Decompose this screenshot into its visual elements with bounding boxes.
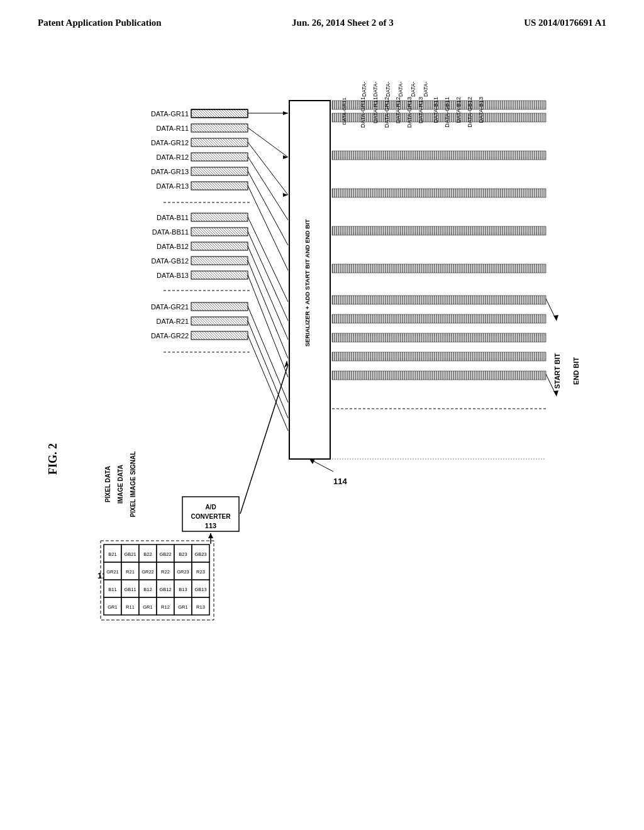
serializer-number: 114 (333, 477, 347, 486)
sig-label-gr11: DATA-GR11 (151, 110, 189, 118)
svg-rect-13 (191, 317, 248, 325)
serial-label-gr13: DATA-GR13 (406, 97, 413, 128)
cell-gr21: GR21 (106, 569, 119, 575)
serial-bar-r12 (332, 189, 546, 197)
page-header: Patent Application Publication Jun. 26, … (0, 0, 644, 35)
serial-bar-gr13 (332, 226, 546, 235)
header-left: Patent Application Publication (38, 18, 162, 28)
main-diagram-svg: FIG. 2 DATA-GR11 DATA-R11 DATA-GR12 DATA… (38, 82, 641, 811)
cell-b11: B11 (108, 587, 116, 592)
cell-gb22: GB22 (159, 551, 171, 557)
right-stream-r13: DATA-R13 (423, 82, 429, 97)
arrow-r12 (248, 157, 288, 220)
serial-label-gr12: DATA-GR12 (384, 97, 390, 128)
svg-rect-3 (191, 138, 248, 147)
sig-label-gr22: DATA-GR22 (151, 332, 189, 340)
sig-label-r13: DATA-R13 (156, 182, 189, 190)
cell-b23: B23 (179, 551, 187, 557)
sig-label-gr13: DATA-GR13 (151, 168, 189, 175)
serial-bar-r11 (332, 113, 546, 122)
vert-label-image-data: IMAGE DATA (117, 465, 124, 504)
arrow-gr13 (248, 171, 288, 245)
sig-label-b12: DATA-B12 (157, 243, 189, 250)
cell-r12: R12 (161, 604, 170, 610)
right-stream-r12: DATA-R12 (397, 82, 404, 97)
serial-bar-gr12 (332, 151, 546, 160)
figure-label: FIG. 2 (47, 443, 59, 475)
serial-bar-b11 (332, 296, 546, 304)
arrow-r21 (248, 321, 288, 418)
svg-rect-5 (191, 167, 248, 175)
arrow-r13 (248, 185, 288, 270)
cell-r21: R21 (126, 569, 135, 575)
serial-label-b13: DATA-B13 (478, 97, 484, 123)
serial-bar-b13 (332, 371, 546, 380)
ad-label-1: A/D (205, 504, 216, 511)
svg-rect-7 (191, 213, 248, 221)
svg-rect-10 (191, 257, 248, 265)
serial-label-b11: DATA-B11 (433, 97, 439, 123)
serial-bar-r13 (332, 264, 546, 273)
serial-label-r12: DATA-R12 (395, 97, 401, 123)
right-stream-gr13: DATA-GR13 (410, 82, 416, 97)
svg-rect-4 (191, 153, 248, 161)
right-stream-gr12: DATA-GR12 (385, 82, 391, 97)
sig-label-gr12: DATA-GR12 (151, 139, 189, 147)
cell-gr1: GR1 (108, 604, 117, 610)
cell-gr22: GR22 (142, 569, 154, 575)
serial-bar-b12 (332, 333, 546, 342)
svg-rect-11 (191, 271, 248, 279)
sig-label-r21: DATA-R21 (156, 318, 189, 325)
cell-r11: R11 (126, 604, 135, 610)
svg-rect-8 (191, 228, 248, 236)
ad-number: 113 (205, 522, 216, 529)
cell-gr23: GR23 (177, 569, 189, 575)
right-stream-gr11: DATA-GR11 (361, 82, 367, 97)
arrowhead-gr11 (283, 111, 288, 115)
serial-label-gb12: DATA-GB12 (467, 97, 473, 128)
cell-gb11: GB11 (124, 587, 136, 592)
serial-bar-gr11 (332, 101, 546, 109)
cell-gb23: GB23 (194, 551, 206, 557)
serializer-label: SERIALIZER + ADD START BIT AND END BIT (304, 219, 311, 347)
end-bit-label: END BIT (572, 357, 580, 385)
cell-b22: B22 (143, 551, 152, 557)
arrowhead-r11 (283, 155, 288, 159)
sig-label-r11: DATA-R11 (156, 124, 189, 132)
svg-rect-9 (191, 242, 248, 250)
arrow-gb12 (248, 260, 288, 358)
start-bit-label: START BIT (553, 353, 561, 389)
cell-r23: R23 (196, 569, 205, 575)
sig-label-bb11: DATA-BB11 (152, 228, 189, 236)
header-right: US 2014/0176691 A1 (524, 18, 606, 28)
cell-r22: R22 (161, 569, 170, 575)
right-label-gr11: DATA-GR11 (341, 97, 347, 124)
sig-label-r12: DATA-R12 (156, 153, 189, 161)
svg-rect-6 (191, 182, 248, 190)
sig-label-b11: DATA-B11 (157, 214, 189, 221)
arrowhead-sensor-to-ad (208, 533, 213, 538)
right-stream-r11: DATA-R11 (372, 82, 379, 97)
arrow-bb11 (248, 231, 288, 321)
diagram-container: FIG. 2 DATA-GR11 DATA-R11 DATA-GR12 DATA… (38, 82, 625, 805)
cell-gb12: GB12 (159, 587, 171, 592)
serial-label-b12: DATA-B12 (455, 97, 462, 123)
cell-r13: R13 (196, 604, 205, 610)
cell-b21: B21 (108, 551, 116, 557)
svg-rect-14 (191, 331, 248, 340)
svg-rect-2 (191, 124, 248, 132)
cell-gr12: GR1 (143, 604, 152, 610)
arrow-ad-to-serializer (240, 365, 288, 514)
ad-label-2: CONVERTER (191, 513, 231, 520)
sig-label-gr21: DATA-GR21 (151, 303, 189, 311)
sig-label-gb12: DATA-GB12 (152, 257, 189, 265)
cell-gb13: GB13 (194, 587, 206, 592)
cell-b12: B12 (143, 587, 152, 592)
arrow-gr12 (248, 142, 288, 195)
serial-bar-gb12 (332, 352, 546, 361)
sig-label-b13: DATA-B13 (157, 272, 189, 279)
svg-rect-1 (191, 109, 248, 118)
cell-b13: B13 (179, 587, 187, 592)
cell-gb21: GB21 (124, 551, 136, 557)
cell-gr13: GR1 (178, 604, 187, 610)
